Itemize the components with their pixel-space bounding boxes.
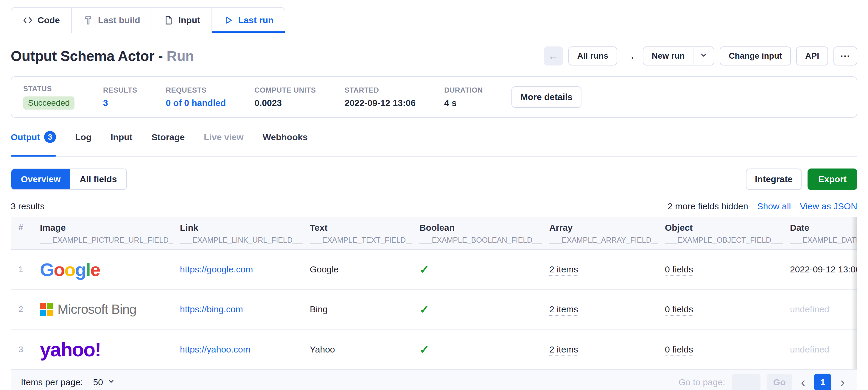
row-link[interactable]: https://bing.com (180, 304, 243, 314)
view-as-json-link[interactable]: View as JSON (800, 201, 857, 212)
run-tab-webhooks[interactable]: Webhooks (263, 132, 308, 156)
row-index: 3 (11, 329, 33, 369)
prev-run-button[interactable]: ← (544, 46, 563, 65)
view-toggle: Overview All fields (11, 168, 127, 190)
overview-option[interactable]: Overview (11, 169, 70, 189)
tab-code[interactable]: Code (11, 8, 72, 33)
started-value: 2022-09-12 13:06 (345, 98, 416, 108)
api-button[interactable]: API (796, 46, 828, 65)
integrate-button[interactable]: Integrate (746, 168, 802, 190)
tab-last-build-label: Last build (98, 15, 140, 25)
checkmark-icon: ✓ (420, 343, 430, 356)
table-row: 3 yahoo! https://yahoo.com Yahoo ✓ 2 ite… (11, 329, 857, 369)
current-page-button[interactable]: 1 (814, 373, 831, 390)
column-header-date: Date ___EXAMPLE_DATE_FIELD___ (783, 217, 857, 250)
column-header-image: Image ___EXAMPLE_PICTURE_URL_FIELD___ (33, 217, 173, 250)
array-cell: 2 items (542, 289, 658, 329)
new-run-button[interactable]: New run (643, 47, 693, 65)
go-to-page-label: Go to page: (679, 377, 725, 387)
tab-input-label: Input (179, 15, 200, 25)
run-tab-log-label: Log (75, 132, 91, 142)
run-tab-output[interactable]: Output 3 (11, 132, 56, 156)
checkmark-icon: ✓ (420, 303, 430, 316)
yahoo-logo: yahoo! (40, 338, 101, 360)
stat-status: STATUS Succeeded (23, 85, 74, 109)
more-options-button[interactable]: ⋯ (833, 46, 857, 65)
tab-last-run[interactable]: Last run (212, 8, 285, 33)
column-header-boolean: Boolean ___EXAMPLE_BOOLEAN_FIELD___ (412, 217, 542, 250)
meta-links: 2 more fields hidden Show all View as JS… (668, 201, 857, 212)
more-details-button[interactable]: More details (512, 86, 582, 108)
table-footer: Items per page: 50 Go to page: Go ‹ 1 › (11, 369, 857, 390)
object-fields-expander[interactable]: 0 fields (665, 264, 693, 276)
results-meta-row: 3 results 2 more fields hidden Show all … (11, 201, 857, 212)
all-fields-option[interactable]: All fields (70, 169, 126, 189)
all-runs-button[interactable]: All runs (568, 46, 617, 65)
table-header-row: # Image ___EXAMPLE_PICTURE_URL_FIELD___ … (11, 217, 857, 250)
boolean-cell: ✓ (412, 250, 542, 289)
show-all-link[interactable]: Show all (757, 201, 791, 212)
table-scroll-area[interactable]: # Image ___EXAMPLE_PICTURE_URL_FIELD___ … (11, 217, 857, 369)
hammer-icon (83, 15, 93, 25)
run-tab-live-view-label: Live view (204, 132, 243, 142)
compute-units-label: COMPUTE UNITS (254, 86, 316, 94)
row-index: 2 (11, 289, 33, 329)
chevron-right-icon: › (840, 375, 845, 389)
run-detail-tabs: Output 3 Log Input Storage Live view Web… (11, 132, 857, 157)
run-tab-storage-label: Storage (152, 132, 185, 142)
tab-last-run-label: Last run (238, 15, 274, 25)
results-count: 3 results (11, 201, 44, 212)
row-index: 1 (11, 250, 33, 289)
microsoft-squares-icon (40, 303, 53, 316)
run-tab-input[interactable]: Input (111, 132, 132, 156)
play-icon (223, 15, 234, 25)
items-per-page-label: Items per page: (21, 377, 83, 387)
duration-label: DURATION (444, 86, 483, 94)
items-per-page-select[interactable]: 50 (93, 377, 115, 387)
next-page-button[interactable]: › (838, 375, 847, 390)
left-arrow-icon: ← (548, 50, 559, 62)
results-table-card: # Image ___EXAMPLE_PICTURE_URL_FIELD___ … (11, 217, 857, 390)
code-icon (23, 15, 33, 25)
title-separator: - (158, 48, 163, 64)
results-table: # Image ___EXAMPLE_PICTURE_URL_FIELD___ … (11, 217, 857, 369)
run-tab-live-view[interactable]: Live view (204, 132, 243, 156)
items-per-page-value: 50 (93, 377, 103, 387)
image-cell: Google (33, 250, 173, 289)
tab-last-build[interactable]: Last build (72, 8, 152, 33)
change-input-button[interactable]: Change input (720, 46, 791, 65)
checkmark-icon: ✓ (420, 263, 430, 276)
run-tab-storage[interactable]: Storage (152, 132, 185, 156)
stat-results: RESULTS 3 (103, 86, 137, 108)
next-run-button[interactable]: → (623, 50, 638, 63)
duration-value: 4 s (444, 98, 483, 108)
go-to-page-input[interactable] (732, 373, 761, 390)
text-cell: Bing (303, 289, 412, 329)
date-cell: undefined (783, 329, 857, 369)
page-title: Output Schema Actor - Run (11, 48, 194, 64)
results-value[interactable]: 3 (103, 98, 137, 108)
array-items-expander[interactable]: 2 items (549, 264, 578, 276)
run-status-card: STATUS Succeeded RESULTS 3 REQUESTS 0 of… (11, 76, 857, 118)
prev-page-button[interactable]: ‹ (799, 375, 808, 390)
tab-input[interactable]: Input (152, 8, 212, 33)
array-items-expander[interactable]: 2 items (549, 304, 578, 316)
object-cell: 0 fields (658, 289, 783, 329)
run-tab-webhooks-label: Webhooks (263, 132, 308, 142)
table-row: 2 Microsoft Bing https://bing.com Bing ✓ (11, 289, 857, 329)
go-button[interactable]: Go (767, 373, 792, 390)
column-header-index: # (11, 217, 33, 250)
new-run-dropdown-button[interactable] (693, 47, 714, 65)
run-tab-log[interactable]: Log (75, 132, 91, 156)
status-badge: Succeeded (23, 96, 74, 109)
ellipsis-icon: ⋯ (840, 50, 851, 62)
requests-value[interactable]: 0 of 0 handled (166, 98, 226, 108)
object-fields-expander[interactable]: 0 fields (665, 345, 693, 356)
compute-units-value: 0.0023 (254, 98, 316, 108)
array-items-expander[interactable]: 2 items (549, 345, 578, 356)
row-link[interactable]: https://google.com (180, 264, 253, 274)
stat-duration: DURATION 4 s (444, 86, 483, 108)
object-fields-expander[interactable]: 0 fields (665, 304, 693, 316)
row-link[interactable]: https://yahoo.com (180, 345, 250, 354)
export-button[interactable]: Export (808, 168, 857, 190)
